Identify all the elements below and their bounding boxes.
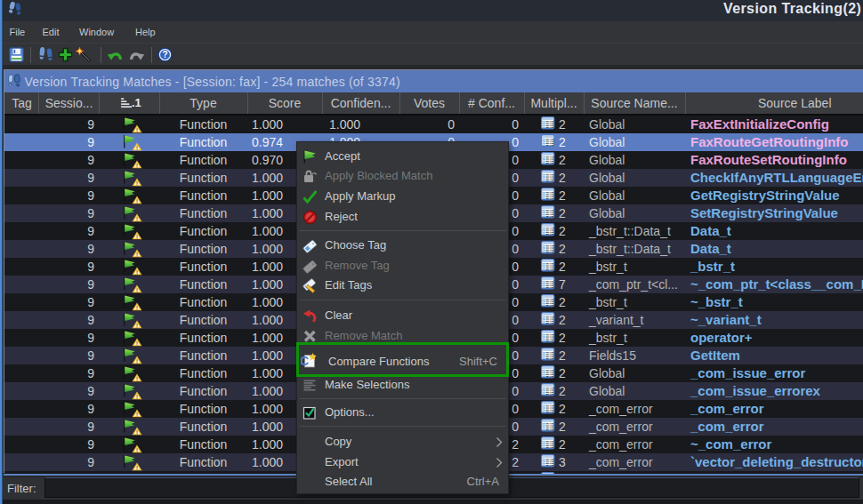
svg-text:C: C	[301, 354, 309, 368]
svg-text:?: ?	[162, 50, 167, 60]
